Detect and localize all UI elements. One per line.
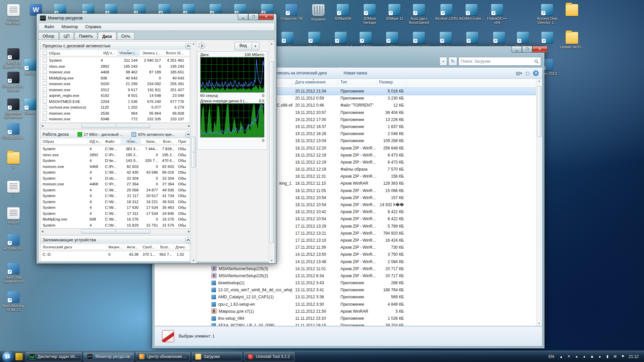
desktop-icon[interactable]: ↗ HDDlife Pro: [0, 234, 27, 250]
desktop-icon[interactable]: ↗ FlylinkDC++ x64: [484, 4, 511, 24]
column-header-type[interactable]: Тип: [338, 79, 376, 86]
close-button[interactable]: ✕: [259, 14, 274, 20]
preview-pane-button[interactable]: ▢: [526, 71, 530, 76]
scroll-left-icon[interactable]: ◀: [41, 230, 43, 233]
menu-item[interactable]: Файл: [41, 24, 57, 30]
scroll-down-icon[interactable]: ▼: [538, 322, 541, 325]
column-header-total[interactable]: Всег...: [157, 244, 173, 250]
column-header-total[interactable]: Всег...: [160, 138, 176, 144]
window-scrollbar[interactable]: ▲ ▼: [269, 41, 275, 263]
file-row[interactable]: linx-setup_064 11.11.2012 23:20 Приложен…: [209, 315, 541, 322]
desktop-icon[interactable]: ↗ 3DMark Vantage: [356, 4, 383, 24]
disk-work-row[interactable]: System 4 D:\dc... 32 304 0 32 304 Обы...: [41, 176, 190, 182]
quick-launch-icon[interactable]: [15, 353, 23, 360]
taskbar-button[interactable]: Центр обновления ...: [136, 352, 190, 361]
row-checkbox[interactable]: [43, 76, 47, 80]
start-button[interactable]: [1, 352, 14, 362]
column-header-pid[interactable]: ИД п...: [99, 50, 117, 56]
row-checkbox[interactable]: [43, 93, 47, 98]
scroll-up-icon[interactable]: ▲: [270, 42, 273, 45]
scrollbar-thumb[interactable]: ≡: [81, 124, 150, 128]
disk-work-row[interactable]: System 4 C:\W... 17 930 17 534 35 463 Об…: [41, 205, 190, 211]
refresh-button[interactable]: ↻: [448, 57, 457, 66]
column-header-physical[interactable]: Физич...: [106, 244, 124, 250]
scrollbar-thumb[interactable]: ≡: [191, 137, 196, 168]
maximize-button[interactable]: ❐: [522, 46, 532, 53]
disk-work-row[interactable]: msiexec.exe 4468 C:\Pr... 27 364 0 27 36…: [41, 181, 190, 187]
disk-work-row[interactable]: System 4 C:\W... 383 3... 7 444... 7 828…: [41, 146, 190, 152]
change-view-button[interactable]: ▤▾: [516, 71, 522, 76]
column-header-image[interactable]: Образ: [41, 138, 88, 144]
row-checkbox[interactable]: [43, 99, 47, 104]
process-row[interactable]: msiexec.exe 4468 98 462 87 189 185 651: [41, 69, 190, 75]
file-row[interactable]: dxwebsetup(1) 13.11.2012 3:43 Приложение…: [209, 280, 541, 287]
column-header-write[interactable]: Запи...: [141, 138, 160, 144]
language-indicator[interactable]: EN: [547, 354, 555, 360]
tab[interactable]: Сеть: [117, 32, 135, 40]
row-checkbox[interactable]: [43, 70, 47, 74]
process-row[interactable]: nlsvc.exe 2892 195 243 0 195 243: [41, 64, 190, 70]
clock[interactable]: 21:12: [629, 354, 641, 359]
desktop-icon[interactable]: ↗ 3DMark06: [329, 4, 356, 20]
file-row[interactable]: XFXA_PCDRV_LB_1_04_0090 11.11.2012 19:18…: [209, 322, 541, 326]
search-box[interactable]: Поиск: Загрузки: [459, 57, 541, 66]
process-row[interactable]: svchost.exe (netsvcs) 1120 1 202 5 077 6…: [41, 105, 190, 111]
scrollbar-thumb[interactable]: [537, 86, 542, 137]
column-header-size[interactable]: Размер: [376, 79, 407, 86]
process-row[interactable]: MSOHTMED.EXE 2204 1 536 576 240 577 776: [41, 99, 190, 105]
column-header-active[interactable]: Акти...: [124, 244, 141, 250]
disk-work-row[interactable]: MsMpEng.exe 608 C:\W... 16 276 0 16 276 …: [41, 217, 190, 223]
taskbar-button[interactable]: Загрузки: [192, 352, 242, 361]
help-icon[interactable]: ?: [533, 70, 539, 76]
disk-work-hscrollbar[interactable]: ◀≡▶: [40, 229, 191, 234]
row-checkbox[interactable]: [43, 117, 47, 121]
address-dropdown-button[interactable]: ▾: [440, 57, 447, 66]
desktop-icon[interactable]: ↗ Открытое ТВ: [278, 4, 305, 20]
desktop-icon[interactable]: ↗ i.: [0, 181, 27, 198]
process-row[interactable]: msiexec.exe 2012 9 617 191 811 201 427: [41, 87, 190, 93]
disk-work-row[interactable]: System 4 C:\W... 15 829 15 751 31 579 Об…: [41, 223, 190, 229]
tab[interactable]: Диск: [98, 32, 116, 40]
minimize-button[interactable]: ▁: [512, 46, 522, 53]
tray-icon[interactable]: ●: [597, 354, 602, 359]
burn-disc-button[interactable]: Записать на оптический диск: [269, 69, 330, 77]
scroll-down-icon[interactable]: ▼: [270, 259, 273, 262]
tab[interactable]: ЦП: [59, 32, 74, 40]
processes-hscrollbar[interactable]: ◀≡▶: [40, 123, 191, 129]
column-header-logical-disk[interactable]: Логический диск: [41, 244, 106, 250]
column-header-total[interactable]: Всего (6...: [163, 50, 186, 56]
file-row[interactable]: Макросы для x7(1) 12.11.2012 21:50 Архив…: [209, 308, 541, 315]
desktop-icon[interactable]: ↗ 1: [0, 152, 27, 169]
disk-work-row[interactable]: nlsvc.exe 2892 C:\Pr... 195 2... 0 195 2…: [41, 152, 190, 158]
file-row[interactable]: 12-10_vista_win7_win8_64_dd_ccc_whql_...…: [209, 287, 541, 294]
scroll-down-icon[interactable]: ▼: [192, 259, 195, 262]
process-row[interactable]: aspnet_regiis.exe 4192 8 501 14 548 23 0…: [41, 93, 190, 99]
desktop-icon[interactable]: ↗ Report: [0, 207, 27, 224]
taskbar-button[interactable]: Uninstall Tool 3.2.2: [244, 352, 294, 361]
column-header-write[interactable]: Запись (...: [140, 50, 163, 56]
tray-icon[interactable]: ⊞: [612, 354, 618, 359]
disk-work-row[interactable]: System 4 C:\W... 21 117 20 617 41 734 Об…: [41, 193, 190, 199]
process-row[interactable]: msiexec.exe 5048 772 232 335 233 107: [41, 116, 190, 122]
tab[interactable]: Память: [74, 32, 97, 40]
column-header-queue-length[interactable]: Длин...: [173, 244, 186, 250]
process-row[interactable]: msiexec.exe 5020 21 299 234 092 255 391: [41, 81, 190, 87]
maximize-button[interactable]: ❐: [248, 14, 259, 20]
desktop-icon[interactable]: ↗ CrystalDiskI...: [0, 123, 27, 139]
desktop-icon[interactable]: ↗ Nero Burning ROM 12: [0, 291, 27, 312]
file-row[interactable]: MSIAfterburnerSetup225(3) 14.11.2012 11:…: [209, 265, 541, 273]
disk-work-row[interactable]: System 4 C:\W... 18 312 18 221 36 533 Об…: [41, 199, 190, 205]
desktop-icon[interactable]: ↗ Update NOD...: [558, 32, 585, 49]
process-row[interactable]: msiexec.exe 2536 964 95 864 96 828: [41, 111, 190, 117]
scroll-up-icon[interactable]: ▲: [192, 42, 195, 45]
row-checkbox[interactable]: [43, 87, 47, 92]
desktop-icon[interactable]: ↗ AusLogics BoostSpeed: [406, 4, 432, 24]
disk-work-row[interactable]: System 4 C:\W... 25 058 24 877 49 935 Об…: [41, 187, 190, 193]
scroll-left-icon[interactable]: ◀: [41, 124, 43, 127]
taskbar-button[interactable]: Монитор ресурсов: [84, 352, 134, 361]
storage-row[interactable]: C: D: 0 43.38 370 1... 953 7... 1.52: [41, 252, 190, 258]
column-header-pid[interactable]: ИД п...: [88, 138, 103, 144]
scroll-right-icon[interactable]: ▶: [188, 124, 190, 127]
column-header-image[interactable]: Образ: [41, 50, 99, 56]
column-header-free[interactable]: Своб...: [141, 244, 157, 250]
